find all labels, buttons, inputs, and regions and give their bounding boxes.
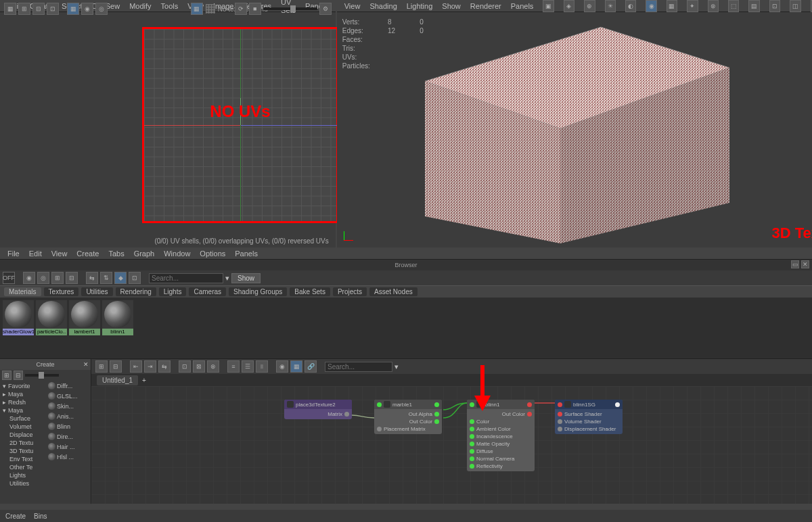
g-ico-1[interactable]: ⊞ bbox=[95, 360, 108, 373]
shader-anis[interactable]: Anis... bbox=[47, 411, 91, 421]
shader-hlsl[interactable]: Hlsl ... bbox=[47, 452, 91, 462]
tree-imagep[interactable]: Image P bbox=[8, 488, 45, 489]
g-ico-5[interactable]: ⇆ bbox=[158, 360, 171, 373]
g-ico-4[interactable]: ⇥ bbox=[144, 360, 156, 373]
hs-menu-tabs[interactable]: Tabs bbox=[108, 250, 124, 258]
create-tool-1[interactable]: ⊞ bbox=[2, 371, 12, 380]
uv-tool-cam[interactable]: ◎ bbox=[95, 3, 108, 15]
hs-ico-7[interactable]: ◆ bbox=[114, 272, 127, 284]
tree-surface[interactable]: Surface bbox=[8, 414, 45, 423]
vp-ico-6[interactable]: ◉ bbox=[646, 0, 656, 12]
g-ico-10[interactable]: ☰ bbox=[242, 360, 254, 373]
hs-ico-4[interactable]: ⊟ bbox=[66, 272, 78, 284]
shader-glsl[interactable]: GLSL... bbox=[47, 391, 91, 401]
tab-textures[interactable]: Textures bbox=[44, 287, 79, 296]
tab-utilities[interactable]: Utilities bbox=[81, 287, 112, 296]
create-tool-2[interactable]: ⊟ bbox=[14, 371, 23, 380]
swatch-lambert[interactable]: lambert1 bbox=[69, 300, 100, 335]
hs-ico-2[interactable]: ◎ bbox=[37, 272, 49, 284]
node-graph-panel[interactable]: ⊞ ⊟ ⇤ ⇥ ⇆ ⊡ ⊠ ⊗ ≡ ☰ ⫴ ◉ ▦ 🔗 ▾ Untitled_1… bbox=[91, 359, 812, 504]
vp-menu-lighting[interactable]: Lighting bbox=[407, 2, 433, 10]
hs-menu-options[interactable]: Options bbox=[200, 250, 225, 258]
off-button[interactable]: OFF bbox=[3, 272, 15, 284]
tab-shadinggroups[interactable]: Shading Groups bbox=[229, 287, 287, 296]
vp-menu-panels[interactable]: Panels bbox=[511, 2, 534, 10]
g-ico-8[interactable]: ⊗ bbox=[207, 360, 219, 373]
vp-menu-shading[interactable]: Shading bbox=[369, 2, 397, 10]
g-ico-12[interactable]: ◉ bbox=[276, 360, 288, 373]
g-ico-2[interactable]: ⊟ bbox=[110, 360, 122, 373]
node-marble[interactable]: marble1 Out Alpha Out Color Placement Ma… bbox=[374, 400, 442, 434]
vp-ico-10[interactable]: ⬚ bbox=[728, 0, 739, 12]
footer-create[interactable]: Create bbox=[5, 513, 26, 520]
vp-ico-11[interactable]: ▤ bbox=[748, 0, 759, 12]
hs-menu-window[interactable]: Window bbox=[164, 250, 190, 258]
tab-materials[interactable]: Materials bbox=[4, 287, 41, 296]
tab-projects[interactable]: Projects bbox=[333, 287, 367, 296]
uv-tool-2[interactable]: ⊞ bbox=[18, 3, 30, 15]
shader-dire[interactable]: Dire... bbox=[47, 431, 91, 442]
vp-ico-4[interactable]: ☀ bbox=[605, 0, 616, 12]
vp-ico-12[interactable]: ⊡ bbox=[769, 0, 780, 12]
uv-dim-slider[interactable] bbox=[263, 7, 317, 10]
g-ico-6[interactable]: ⊡ bbox=[179, 360, 191, 373]
node-place3dtexture[interactable]: place3dTexture2 Matrix bbox=[284, 400, 352, 419]
swatch-size-slider[interactable] bbox=[25, 374, 59, 377]
shader-skin[interactable]: Skin... bbox=[47, 401, 91, 411]
shader-diffr[interactable]: Diffr... bbox=[47, 381, 91, 391]
uv-tex-toggle[interactable]: ▦ bbox=[191, 3, 203, 15]
swatch-blinn[interactable]: blinn1 bbox=[102, 300, 133, 335]
uv-tool-r2[interactable]: ■ bbox=[249, 3, 261, 15]
uv-gear-icon[interactable]: ⚙ bbox=[319, 3, 332, 15]
node-blinnsg[interactable]: blinn1SG Surface Shader Volume Shader Di… bbox=[555, 400, 623, 434]
tree-favorite[interactable]: ▾Favorite bbox=[1, 382, 45, 390]
g-ico-3[interactable]: ⇤ bbox=[130, 360, 142, 373]
g-ico-13[interactable]: ▦ bbox=[290, 360, 302, 373]
vp-ico-3[interactable]: ⊕ bbox=[584, 0, 595, 12]
uv-tool-dim[interactable]: ◉ bbox=[81, 3, 93, 15]
tree-envtex[interactable]: Env Text bbox=[8, 455, 45, 463]
menu-tools[interactable]: Tools bbox=[161, 2, 179, 10]
vp-ico-1[interactable]: ▣ bbox=[543, 0, 554, 12]
graph-search-input[interactable] bbox=[325, 362, 392, 372]
tree-maya2[interactable]: ▾Maya bbox=[1, 406, 45, 414]
hs-menu-file[interactable]: File bbox=[7, 250, 20, 258]
g-ico-7[interactable]: ⊠ bbox=[193, 360, 205, 373]
tab-lights[interactable]: Lights bbox=[159, 287, 187, 296]
tree-redshift[interactable]: ▸Redsh bbox=[1, 398, 45, 406]
swatch-particlecloud[interactable]: particleClo.. bbox=[36, 300, 67, 335]
hs-ico-8[interactable]: ⊡ bbox=[129, 272, 141, 284]
footer-bins[interactable]: Bins bbox=[34, 513, 47, 520]
tree-2dtex[interactable]: 2D Textu bbox=[8, 439, 45, 447]
uv-tool-3[interactable]: ⊟ bbox=[32, 3, 45, 15]
uv-tool-r1[interactable]: ⟳ bbox=[235, 3, 247, 15]
hs-search-input[interactable] bbox=[149, 273, 223, 283]
tree-3dtex[interactable]: 3D Textu bbox=[8, 447, 45, 455]
tree-utilities[interactable]: Utilities bbox=[8, 479, 45, 488]
tree-other[interactable]: Other Te bbox=[8, 463, 45, 471]
hs-ico-1[interactable]: ◉ bbox=[23, 272, 35, 284]
hs-menu-panels[interactable]: Panels bbox=[235, 250, 258, 258]
close-icon[interactable]: ✕ bbox=[83, 359, 89, 370]
vp-menu-view[interactable]: View bbox=[344, 2, 361, 10]
graph-tab-add[interactable]: + bbox=[142, 377, 146, 384]
graph-tab-untitled[interactable]: Untitled_1 bbox=[97, 375, 138, 385]
vp-menu-show[interactable]: Show bbox=[442, 2, 461, 10]
uv-tool-1[interactable]: ▦ bbox=[4, 3, 16, 15]
uv-grid-area[interactable]: NO UVs bbox=[142, 27, 338, 223]
tab-bakesets[interactable]: Bake Sets bbox=[290, 287, 330, 296]
uv-tool-grid[interactable]: ▦ bbox=[67, 3, 79, 15]
viewport-cube[interactable] bbox=[391, 20, 736, 243]
vp-ico-7[interactable]: ▦ bbox=[667, 0, 677, 12]
show-button[interactable]: Show bbox=[231, 273, 261, 283]
vp-ico-9[interactable]: ⊗ bbox=[708, 0, 719, 12]
tab-cameras[interactable]: Cameras bbox=[189, 287, 226, 296]
hs-ico-3[interactable]: ⊞ bbox=[51, 272, 64, 284]
hs-ico-6[interactable]: ⇅ bbox=[100, 272, 112, 284]
hs-menu-create[interactable]: Create bbox=[76, 250, 99, 258]
hs-menu-graph[interactable]: Graph bbox=[134, 250, 155, 258]
vp-ico-13[interactable]: ◫ bbox=[790, 0, 800, 12]
vp-ico-8[interactable]: ✦ bbox=[687, 0, 698, 12]
minimize-icon[interactable]: ▭ bbox=[791, 260, 799, 268]
hs-menu-edit[interactable]: Edit bbox=[29, 250, 42, 258]
